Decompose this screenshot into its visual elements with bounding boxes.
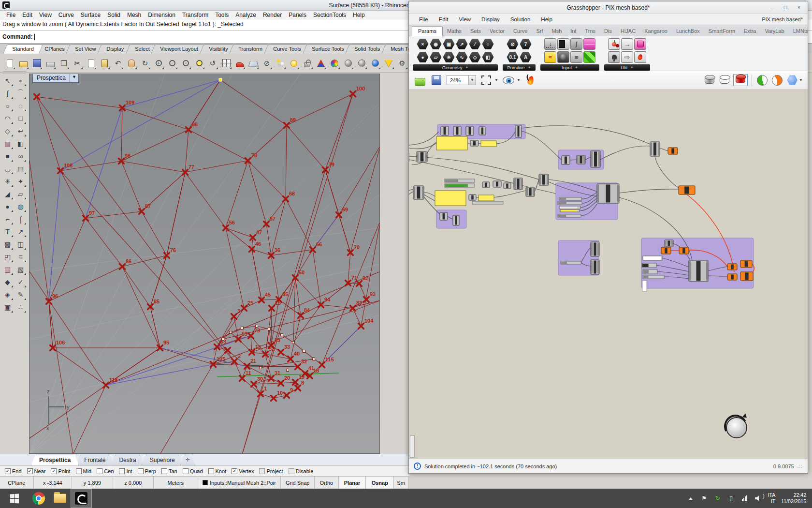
gh-tab-lmnts[interactable]: LMNts — [789, 26, 812, 36]
osnap-knot[interactable]: Knot — [208, 468, 227, 474]
network-icon[interactable] — [741, 494, 749, 502]
geometry-param-icon-6[interactable]: ↗ — [456, 38, 468, 50]
viewport-title-label[interactable]: Prospettica — [32, 74, 70, 83]
status-y-1-899[interactable]: y 1.899 — [72, 477, 113, 489]
palette-tool-12[interactable]: ■ — [1, 150, 14, 163]
flamingo-icon[interactable] — [315, 57, 327, 70]
toolbar-tab-standard[interactable]: Standard — [3, 45, 43, 54]
geometry-param-icon-2[interactable]: ◉ — [430, 38, 442, 50]
copy-page-icon[interactable] — [85, 57, 97, 70]
rhino-menu-panels[interactable]: Panels — [285, 11, 310, 19]
four-viewports-icon[interactable] — [220, 57, 232, 70]
arrow-icon[interactable]: ⇨ — [621, 51, 633, 63]
zoom-dynamic-icon[interactable]: + — [153, 57, 164, 70]
osnap-perp[interactable]: Perp — [138, 468, 156, 474]
status-osnap[interactable]: Osnap — [366, 477, 394, 489]
rhino-menu-file[interactable]: File — [3, 11, 19, 19]
power-icon[interactable]: ▯ — [727, 494, 735, 502]
palette-tool-19[interactable]: ▱ — [14, 188, 27, 200]
toolbar-tab-viewport-layout[interactable]: Viewport Layout — [151, 45, 207, 54]
palette-tool-27[interactable]: ◫ — [14, 238, 27, 251]
status-planar[interactable]: Planar — [339, 477, 366, 489]
palette-tool-33[interactable]: ✓ — [14, 276, 27, 288]
primitive-param-icon-1[interactable]: 0.1 — [507, 51, 519, 63]
palette-tool-28[interactable]: ◰ — [1, 251, 14, 263]
geometry-param-icon-4[interactable]: ▣ — [443, 38, 455, 50]
palette-tool-37[interactable]: ∴ — [14, 301, 27, 314]
grasshopper-node-graph[interactable] — [409, 90, 808, 459]
osnap-end[interactable]: ✓End — [5, 468, 22, 474]
viewport-title[interactable]: Prospettica ▼ — [32, 74, 79, 83]
viewport-mesh-canvas[interactable]: 1001098889787910898776869978757564746667… — [29, 74, 379, 453]
rhino-menu-sectiontools[interactable]: SectionTools — [310, 11, 349, 19]
paint-icon[interactable] — [634, 51, 646, 63]
gh-tab-trns[interactable]: Trns — [581, 26, 600, 36]
geometry-param-icon-1[interactable]: ● — [417, 51, 429, 63]
language-indicator[interactable]: ITAIT — [768, 492, 776, 505]
palette-tool-0[interactable]: ↖ — [1, 75, 14, 87]
save-document-icon[interactable] — [430, 74, 443, 87]
palette-tool-18[interactable]: ◢ — [1, 188, 14, 200]
cherry-picker-icon[interactable] — [608, 38, 620, 50]
copy-icon[interactable]: ❐ — [58, 57, 70, 70]
geometry-param-icon-7[interactable]: ∿ — [456, 51, 468, 63]
relay-icon[interactable]: → — [621, 38, 633, 50]
geometry-param-icon-5[interactable]: ✳ — [443, 51, 455, 63]
rhino-menu-edit[interactable]: Edit — [19, 11, 36, 19]
palette-tool-16[interactable]: ✳ — [1, 175, 14, 188]
palette-tool-9[interactable]: ↩ — [14, 125, 27, 137]
circle-icon[interactable]: ⊘ — [261, 57, 273, 70]
tree-icon[interactable] — [608, 51, 620, 63]
gh-tab-msh[interactable]: Msh — [547, 26, 566, 36]
gh-tab-smartform[interactable]: SmartForm — [704, 26, 740, 36]
taskbar-explorer-button[interactable] — [49, 489, 71, 508]
gh-tab-params[interactable]: Params — [412, 26, 443, 36]
rotate-view-icon[interactable]: ↻ — [139, 57, 151, 70]
palette-tool-32[interactable]: ◆ — [1, 276, 14, 288]
status-ortho[interactable]: Ortho — [315, 477, 339, 489]
settings-gear-icon[interactable]: ⚙ — [396, 57, 408, 70]
view-tab-superiore[interactable]: Superiore — [142, 455, 183, 465]
maximize-button[interactable]: □ — [779, 3, 792, 12]
zoom-dropdown-icon[interactable]: ▼ — [468, 75, 476, 85]
taskbar-chrome-button[interactable] — [28, 489, 49, 508]
pan-icon[interactable] — [126, 57, 137, 70]
palette-tool-1[interactable]: ∘ — [14, 75, 27, 87]
gh-menu-file[interactable]: File — [414, 15, 434, 23]
funnel-icon[interactable] — [383, 57, 394, 70]
palette-tool-4[interactable]: ○ — [1, 100, 14, 112]
osnap-int[interactable]: Int — [119, 468, 132, 474]
canvas-scrollbar[interactable] — [410, 435, 415, 458]
document-preview-icon[interactable] — [771, 74, 783, 87]
undo-view-icon[interactable]: ↺ — [207, 57, 218, 70]
save-icon[interactable] — [31, 57, 43, 70]
point-display-icon[interactable] — [275, 57, 286, 70]
osnap-vertex[interactable]: ✓Vertex — [232, 468, 254, 474]
cplane-icon[interactable] — [247, 57, 259, 70]
geometry-param-icon-8[interactable]: ⁄ — [469, 38, 481, 50]
palette-tool-8[interactable]: ◇ — [1, 125, 14, 137]
rhino-menu-analyze[interactable]: Analyze — [232, 11, 260, 19]
preview-settings-icon[interactable] — [786, 74, 798, 87]
gh-tab-hijac[interactable]: HiJAC — [616, 26, 640, 36]
add-view-tab-button[interactable]: ✛ — [180, 455, 195, 465]
rhino-menu-render[interactable]: Render — [260, 11, 285, 19]
geometry-param-icon-3[interactable]: ▱ — [430, 51, 442, 63]
gh-menu-view[interactable]: View — [453, 15, 476, 23]
view-tab-destra[interactable]: Destra — [111, 455, 144, 465]
ramp-icon[interactable]: ∫ — [570, 38, 582, 50]
show-hidden-icons-button[interactable] — [687, 494, 695, 502]
preview-eye-icon[interactable] — [502, 74, 515, 87]
shaded-preview-icon[interactable] — [733, 74, 748, 86]
action-center-flag-icon[interactable]: ⚑ — [700, 494, 708, 502]
open-file-icon[interactable] — [17, 57, 29, 70]
cut-icon[interactable]: ✂ — [72, 57, 83, 70]
wireframe-preview-icon[interactable] — [718, 74, 731, 87]
zoom-extents-icon[interactable] — [480, 74, 493, 87]
gh-tab-curve[interactable]: Curve — [509, 26, 532, 36]
no-preview-icon[interactable] — [703, 74, 716, 87]
zoom-extents-dropdown-icon[interactable]: ▼ — [494, 78, 498, 82]
undo-icon[interactable]: ↶ — [112, 57, 124, 70]
view-tab-prospettica[interactable]: Prospettica — [31, 455, 79, 465]
palette-tool-17[interactable]: ✦ — [14, 175, 27, 188]
